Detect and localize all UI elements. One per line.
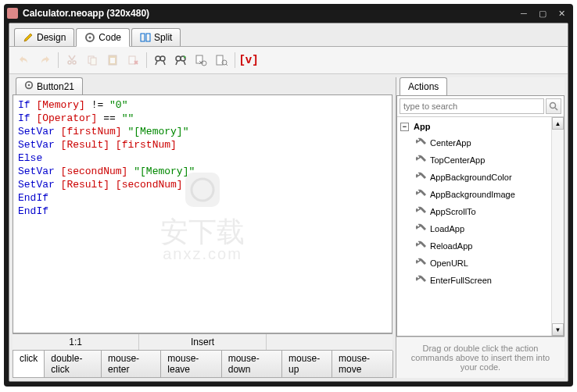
- code-line[interactable]: Else: [18, 151, 387, 165]
- actions-panel: Actions − App: [396, 77, 564, 378]
- actions-tree[interactable]: − App CenterAppTopCenterAppAppBackground…: [397, 117, 551, 336]
- magnifier-icon: [549, 102, 558, 111]
- action-label: CenterApp: [430, 138, 471, 148]
- svg-point-1: [89, 37, 91, 39]
- code-line[interactable]: If [Operator] == "": [18, 112, 387, 125]
- window-title: Calculator.neoapp (320x480): [23, 8, 515, 19]
- action-label: ReloadApp: [430, 241, 472, 251]
- close-button[interactable]: ✕: [553, 7, 570, 20]
- tree-group-app[interactable]: − App: [399, 119, 550, 134]
- action-label: OpenURL: [430, 258, 468, 268]
- goto-button[interactable]: [213, 52, 230, 69]
- redo-button[interactable]: [36, 52, 53, 69]
- toolbar: [v]: [9, 47, 568, 74]
- code-line[interactable]: EndIf: [18, 191, 387, 205]
- undo-button[interactable]: [16, 52, 33, 69]
- code-line[interactable]: SetVar [secondNum] "[Memory]": [18, 165, 387, 178]
- svg-rect-8: [129, 56, 135, 64]
- replace-button[interactable]: [192, 52, 210, 69]
- action-label: AppBackgroundColor: [430, 173, 512, 182]
- event-tab-mouse-leave[interactable]: mouse-leave: [160, 351, 221, 378]
- paste-button[interactable]: [104, 52, 121, 69]
- action-item[interactable]: CenterApp: [399, 134, 550, 151]
- action-item[interactable]: LoadApp: [399, 220, 550, 237]
- action-item[interactable]: AppScrollTo: [399, 203, 550, 220]
- toolbar-separator: [235, 52, 235, 68]
- svg-point-10: [160, 56, 165, 61]
- code-line[interactable]: If [Memory] != "0": [18, 98, 387, 112]
- minimize-button[interactable]: ─: [515, 7, 532, 20]
- action-label: AppBackgroundImage: [430, 190, 515, 199]
- svg-point-9: [156, 56, 160, 61]
- wrench-icon: [414, 137, 427, 148]
- toolbar-separator: [58, 52, 59, 68]
- object-tab[interactable]: Button21: [16, 77, 83, 94]
- action-label: EnterFullScreen: [430, 276, 492, 285]
- find-next-button[interactable]: [172, 52, 189, 69]
- event-tab-mouse-up[interactable]: mouse-up: [281, 351, 332, 378]
- code-line[interactable]: SetVar [Result] [firstNum]: [18, 138, 387, 151]
- svg-rect-3: [146, 34, 150, 41]
- collapse-icon[interactable]: −: [400, 123, 409, 131]
- scroll-track[interactable]: [552, 130, 564, 323]
- scroll-down-button[interactable]: ▼: [552, 323, 564, 336]
- action-item[interactable]: ReloadApp: [399, 237, 550, 255]
- split-icon: [140, 32, 151, 43]
- status-bar: 1:1 Insert: [13, 333, 392, 350]
- delete-button[interactable]: [124, 52, 142, 69]
- action-label: AppScrollTo: [430, 207, 476, 216]
- status-mode: Insert: [139, 334, 266, 350]
- svg-rect-2: [141, 34, 145, 41]
- tab-split[interactable]: Split: [131, 28, 181, 46]
- cut-button[interactable]: [63, 52, 81, 69]
- event-tab-double-click[interactable]: double-click: [44, 351, 102, 378]
- gear-icon: [84, 32, 95, 43]
- work-area: Button21 安下载anxz.com If [Memory] != "0" …: [9, 74, 568, 381]
- svg-point-11: [176, 56, 181, 61]
- titlebar[interactable]: Calculator.neoapp (320x480) ─ ▢ ✕: [4, 4, 573, 23]
- svg-rect-7: [110, 58, 115, 63]
- action-item[interactable]: OpenURL: [399, 255, 550, 272]
- event-tab-mouse-enter[interactable]: mouse-enter: [101, 351, 161, 378]
- action-label: TopCenterApp: [430, 155, 485, 165]
- event-tabs: clickdouble-clickmouse-entermouse-leavem…: [13, 350, 392, 378]
- event-tab-mouse-move[interactable]: mouse-move: [332, 351, 393, 378]
- action-item[interactable]: TopCenterApp: [399, 151, 550, 169]
- content-area: Design Code Split: [9, 23, 568, 382]
- svg-point-18: [28, 84, 30, 87]
- variables-button[interactable]: [v]: [240, 52, 257, 69]
- wrench-icon: [414, 275, 427, 286]
- find-button[interactable]: [152, 52, 169, 69]
- action-item[interactable]: AppBackgroundImage: [399, 186, 550, 203]
- svg-point-21: [550, 103, 556, 109]
- scrollbar[interactable]: ▲ ▼: [551, 117, 564, 336]
- code-column: Button21 安下载anxz.com If [Memory] != "0" …: [9, 74, 396, 381]
- wrench-icon: [414, 206, 427, 217]
- actions-tab[interactable]: Actions: [400, 77, 447, 95]
- copy-button[interactable]: [84, 52, 101, 69]
- code-line[interactable]: SetVar [Result] [secondNum]: [18, 178, 387, 191]
- app-icon: [7, 8, 18, 19]
- wrench-icon: [414, 172, 427, 183]
- maximize-button[interactable]: ▢: [534, 7, 551, 20]
- action-item[interactable]: AppBackgroundColor: [399, 169, 550, 186]
- actions-search-input[interactable]: [400, 98, 544, 114]
- status-position: 1:1: [13, 334, 139, 350]
- tab-design[interactable]: Design: [14, 28, 74, 46]
- svg-rect-5: [91, 58, 96, 65]
- wrench-icon: [414, 258, 427, 269]
- wrench-icon: [414, 155, 427, 166]
- pencil-icon: [23, 32, 34, 43]
- wrench-icon: [414, 223, 427, 234]
- event-tab-click[interactable]: click: [13, 351, 45, 378]
- action-item[interactable]: EnterFullScreen: [399, 272, 550, 289]
- actions-hint: Drag or double click the action commands…: [396, 337, 564, 378]
- status-empty: [267, 334, 392, 350]
- code-line[interactable]: SetVar [firstNum] "[Memory]": [18, 125, 387, 138]
- scroll-up-button[interactable]: ▲: [552, 117, 564, 130]
- event-tab-mouse-down[interactable]: mouse-down: [221, 351, 282, 378]
- code-line[interactable]: EndIf: [18, 205, 387, 218]
- tab-code[interactable]: Code: [76, 28, 130, 47]
- search-button[interactable]: [546, 98, 561, 114]
- code-editor[interactable]: 安下载anxz.com If [Memory] != "0" If [Opera…: [13, 94, 392, 333]
